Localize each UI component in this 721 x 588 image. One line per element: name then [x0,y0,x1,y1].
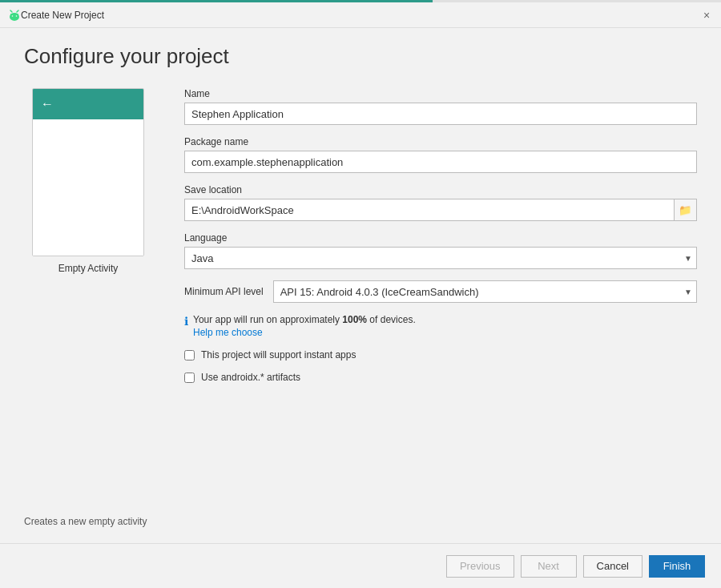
info-text-container: Your app will run on approximately 100% … [193,314,416,338]
info-text-before: Your app will run on approximately [193,314,342,325]
androidx-label: Use androidx.* artifacts [201,372,300,383]
folder-icon: 📁 [679,204,692,216]
main-area: ← Empty Activity Name Package name [24,88,697,499]
save-location-group: Save location 📁 [184,184,697,221]
name-input[interactable] [184,103,697,125]
save-location-input-row: 📁 [184,199,697,221]
info-text-bold: 100% [342,314,367,325]
creates-label-container: Creates a new empty activity [24,499,697,527]
androidx-checkbox[interactable] [184,373,195,383]
package-input[interactable] [184,151,697,173]
previous-button[interactable]: Previous [446,555,514,578]
right-panel: Name Package name Save location 📁 [184,88,697,499]
left-panel: ← Empty Activity [24,88,152,499]
finish-button[interactable]: Finish [649,555,705,578]
svg-line-2 [10,10,12,12]
page-title: Configure your project [24,44,697,69]
phone-preview: ← [32,88,144,256]
creates-label: Creates a new empty activity [24,516,147,543]
package-label: Package name [184,136,697,147]
api-select-wrapper: API 15: Android 4.0.3 (IceCreamSandwich)… [273,280,697,303]
window-title: Create New Project [21,10,700,21]
api-level-row: Minimum API level API 15: Android 4.0.3 … [184,280,697,303]
content-area: Configure your project ← Empty Activity … [0,28,721,543]
language-label: Language [184,232,697,244]
svg-point-4 [12,15,14,17]
app-icon [8,9,21,22]
instant-apps-row: This project will support instant apps [184,349,697,360]
activity-name-label: Empty Activity [58,263,119,274]
bottom-bar: Previous Next Cancel Finish [0,543,721,588]
language-select[interactable]: Java Kotlin [184,247,697,269]
svg-rect-1 [10,14,18,19]
min-api-select[interactable]: API 15: Android 4.0.3 (IceCreamSandwich)… [273,280,697,303]
save-location-label: Save location [184,184,697,195]
language-select-wrapper: Java Kotlin ▼ [184,247,697,269]
help-me-choose-link[interactable]: Help me choose [193,327,416,338]
save-location-input[interactable] [184,199,675,221]
min-api-label: Minimum API level [184,286,264,297]
name-label: Name [184,88,697,99]
title-bar: Create New Project × [0,2,721,28]
progress-bar-container [0,0,721,2]
cancel-button[interactable]: Cancel [583,555,642,578]
phone-body [33,119,143,256]
create-project-window: Create New Project × Configure your proj… [0,0,721,588]
progress-bar-fill [0,0,433,2]
browse-folder-button[interactable]: 📁 [675,199,697,221]
package-group: Package name [184,136,697,173]
info-text-after: of devices. [367,314,416,325]
androidx-row: Use androidx.* artifacts [184,372,697,383]
language-group: Language Java Kotlin ▼ [184,232,697,269]
instant-apps-label: This project will support instant apps [201,349,356,360]
phone-header: ← [33,89,143,119]
next-button[interactable]: Next [521,555,577,578]
close-button[interactable]: × [700,9,713,22]
svg-point-5 [16,15,18,17]
svg-line-3 [17,10,18,12]
back-arrow-icon: ← [41,97,54,111]
instant-apps-checkbox[interactable] [184,350,195,360]
info-row: ℹ Your app will run on approximately 100… [184,314,697,338]
info-icon: ℹ [184,315,188,328]
name-group: Name [184,88,697,125]
